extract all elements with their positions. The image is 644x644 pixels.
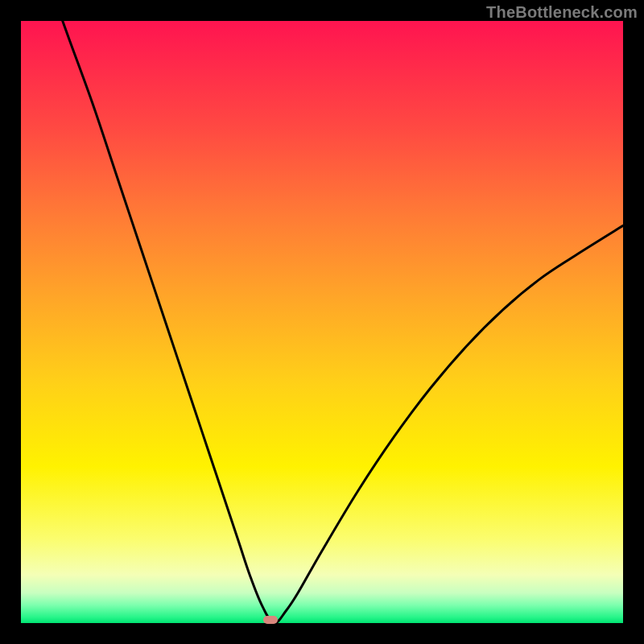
valley-marker [263,616,278,624]
watermark-text: TheBottleneck.com [486,3,638,22]
bottleneck-curve [21,21,623,623]
chart-frame: TheBottleneck.com [0,0,644,644]
plot-area [21,21,623,623]
